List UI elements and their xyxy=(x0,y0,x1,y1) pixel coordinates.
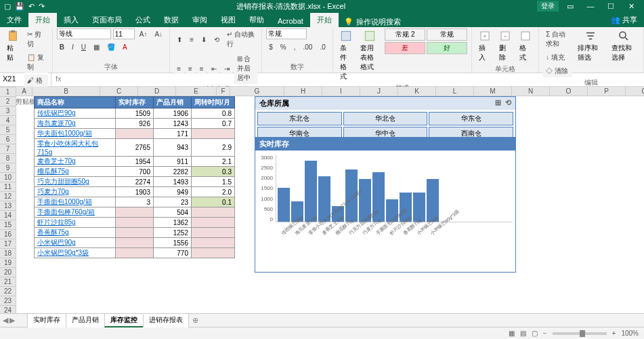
col-header[interactable]: I xyxy=(322,87,360,96)
col-header[interactable]: D xyxy=(138,87,176,96)
slicer-item[interactable]: 东北仓 xyxy=(257,112,342,125)
sheet-next-icon[interactable]: ▶ xyxy=(9,316,15,325)
col-header[interactable]: L xyxy=(436,87,474,96)
currency-icon[interactable]: $ xyxy=(266,42,276,52)
table-row[interactable]: 虾片沙拉85g1362 xyxy=(35,218,235,228)
row-header[interactable]: 4 xyxy=(0,116,16,125)
menutab-1[interactable]: 插入 xyxy=(57,13,85,27)
table-row[interactable]: 小米锅巴90g1556 xyxy=(35,238,235,248)
menutab-6[interactable]: 视图 xyxy=(214,13,242,27)
row-header[interactable]: 11 xyxy=(0,182,16,192)
table-row[interactable]: 小米锅巴90g*3袋770 xyxy=(35,248,235,258)
increase-font-icon[interactable]: A↑ xyxy=(137,29,150,39)
delete-cells-button[interactable]: −删除 xyxy=(496,28,514,64)
increase-decimal-icon[interactable]: .00 xyxy=(301,42,316,52)
sheet-tab[interactable]: 产品月销 xyxy=(66,313,105,327)
italic-button[interactable]: I xyxy=(69,42,77,52)
row-header[interactable]: 14 xyxy=(0,211,16,220)
row-header[interactable]: 15 xyxy=(0,220,16,230)
border-button[interactable]: ▦ xyxy=(91,42,102,52)
col-header[interactable]: Q xyxy=(626,87,644,96)
col-header[interactable]: J xyxy=(360,87,398,96)
row-header[interactable]: 19 xyxy=(0,258,16,268)
align-center-icon[interactable]: ≡ xyxy=(186,64,195,74)
row-header[interactable]: 10 xyxy=(0,173,16,182)
menutab-2[interactable]: 页面布局 xyxy=(85,13,129,27)
col-header[interactable]: P xyxy=(588,87,626,96)
decrease-decimal-icon[interactable]: .0 xyxy=(317,42,328,52)
table-header[interactable]: 实时库存 xyxy=(116,97,154,108)
col-header[interactable]: B xyxy=(33,87,100,96)
table-row[interactable]: 麦香芝士70g19549112.1 xyxy=(35,157,235,167)
col-header[interactable]: F xyxy=(217,87,230,96)
font-name-select[interactable] xyxy=(57,28,111,39)
slicer-item[interactable]: 华北仓 xyxy=(343,112,428,125)
row-header[interactable]: 8 xyxy=(0,154,16,163)
menutab-8[interactable]: Acrobat xyxy=(271,15,310,27)
row-header[interactable]: 5 xyxy=(0,125,16,135)
menutab-5[interactable]: 审阅 xyxy=(186,13,214,27)
find-select-button[interactable]: 查找和选择 xyxy=(609,28,639,64)
table-row[interactable]: 传统锅巴90g150919060.8 xyxy=(35,108,235,119)
new-sheet-icon[interactable]: ⊕ xyxy=(188,316,202,325)
row-header[interactable]: 12 xyxy=(0,192,16,201)
indent-left-icon[interactable]: ⇤ xyxy=(209,64,219,74)
table-row[interactable]: 巧麦力70g19039492.0 xyxy=(35,187,235,197)
format-cells-button[interactable]: 格式 xyxy=(517,28,534,64)
paste-button[interactable]: 粘贴 xyxy=(4,28,22,64)
clear-filter-icon[interactable]: ⟲ xyxy=(505,98,511,108)
table-row[interactable]: 巧克力甜甜圈50g227414931.5 xyxy=(35,177,235,187)
sheet-prev-icon[interactable]: ◀ xyxy=(3,316,8,325)
row-header[interactable]: 17 xyxy=(0,239,16,249)
col-header[interactable]: H xyxy=(284,87,322,96)
style-normal2[interactable]: 常规 2 xyxy=(385,28,425,41)
minimize-icon[interactable]: — xyxy=(582,2,599,10)
col-header[interactable]: C xyxy=(100,87,138,96)
number-format-select[interactable] xyxy=(266,28,307,39)
copy-button[interactable]: 📋 复制 xyxy=(24,52,48,73)
menutab-3[interactable]: 公式 xyxy=(129,13,157,27)
ribbon-options-icon[interactable]: ▭ xyxy=(561,2,579,11)
comma-icon[interactable]: , xyxy=(291,42,299,52)
row-header[interactable]: 18 xyxy=(0,249,16,258)
style-good[interactable]: 好 xyxy=(427,42,467,54)
close-icon[interactable]: ✕ xyxy=(622,2,640,11)
redo-icon[interactable]: ↷ xyxy=(39,2,45,11)
row-header[interactable]: 6 xyxy=(0,135,16,144)
col-header[interactable]: M xyxy=(474,87,512,96)
autosum-button[interactable]: Σ 自动求和 xyxy=(543,28,572,50)
save-icon[interactable]: 💾 xyxy=(15,2,24,11)
undo-icon[interactable]: ↶ xyxy=(28,2,35,11)
row-header[interactable]: 1 xyxy=(0,87,16,97)
col-header[interactable]: G xyxy=(230,87,284,96)
orientation-icon[interactable]: ⟲ xyxy=(211,35,222,45)
tab-开始[interactable]: 开始 xyxy=(310,13,339,27)
align-left-icon[interactable]: ≡ xyxy=(174,64,184,74)
multiselect-icon[interactable]: ⊞ xyxy=(495,98,501,108)
table-row[interactable]: 手撕面包棒760g/箱504 xyxy=(35,207,235,218)
col-header[interactable]: A xyxy=(16,87,33,96)
row-header[interactable]: 9 xyxy=(0,163,16,173)
row-header[interactable]: 20 xyxy=(0,268,16,277)
style-bad[interactable]: 差 xyxy=(385,42,425,54)
font-color-button[interactable]: A xyxy=(120,42,130,52)
autosave-icon[interactable]: ▢ xyxy=(4,2,11,11)
inventory-chart[interactable]: 实时库存 300025002000150010005000 传统锅巴90g海岛麦… xyxy=(255,137,516,273)
table-row[interactable]: 零食小吃休闲大礼包715g27659432.9 xyxy=(35,139,235,157)
fill-button[interactable]: ↓ 填充 xyxy=(543,52,572,64)
fx-icon[interactable]: fx xyxy=(51,73,66,86)
insert-cells-button[interactable]: +插入 xyxy=(476,28,494,64)
menutab-0[interactable]: 开始 xyxy=(28,13,57,27)
chart-bar[interactable] xyxy=(278,188,290,222)
row-header[interactable]: 23 xyxy=(0,296,16,306)
row-header[interactable]: 13 xyxy=(0,201,16,211)
col-header[interactable]: E xyxy=(176,87,217,96)
align-bottom-icon[interactable]: ⬇ xyxy=(198,35,209,45)
decrease-font-icon[interactable]: A↓ xyxy=(152,29,165,39)
row-header[interactable]: 7 xyxy=(0,144,16,154)
table-row[interactable]: 华夫面包1000g/箱171 xyxy=(35,129,235,139)
row-header[interactable]: 21 xyxy=(0,277,16,287)
align-top-icon[interactable]: ⬆ xyxy=(174,35,185,45)
col-header[interactable]: O xyxy=(550,87,588,96)
formula-input[interactable] xyxy=(66,73,644,86)
